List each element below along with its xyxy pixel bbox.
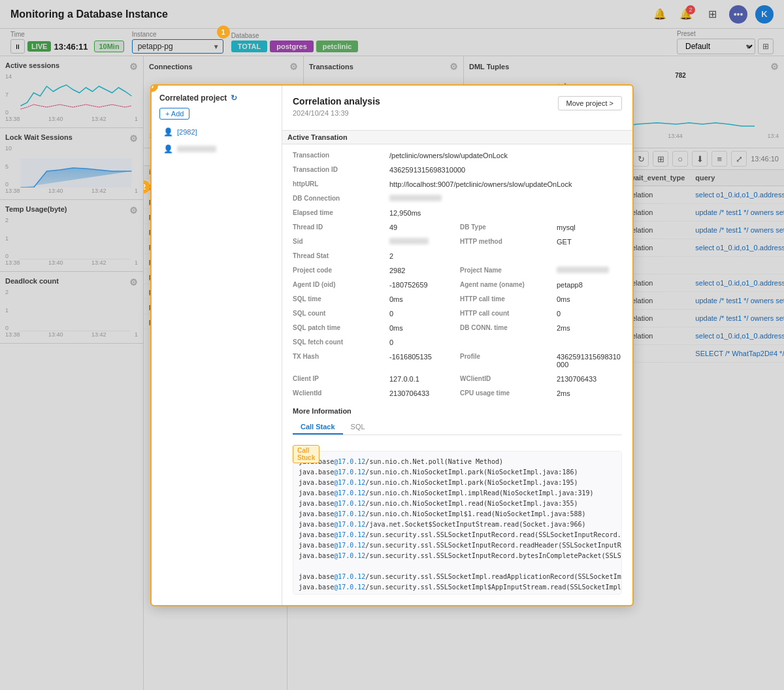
blurred-project-name [177, 146, 216, 152]
call-stack-line-10: java.base@17.0.12/sun.security.ssl.SSLSo… [299, 572, 616, 582]
modal-header: Correlation analysis 2024/10/24 13:39 Mo… [293, 96, 622, 125]
modal-left: Correlated project ↻ + Add 👤 [2982] 👤 [152, 86, 282, 605]
project-item-1[interactable]: 👤 [2982] [159, 125, 274, 139]
correlated-project-title: Correlated project ↻ [159, 93, 274, 103]
call-stack-empty [299, 561, 616, 572]
step-circle-1: 1 [217, 25, 230, 39]
add-btn-container: + Add [159, 108, 274, 120]
call-stack-line-3: java.base@17.0.12/sun.nio.ch.NioSocketIm… [299, 488, 616, 499]
call-stack-line-6: java.base@17.0.12/java.net.Socket$Socket… [299, 519, 616, 530]
correlation-modal: 3 Correlated project ↻ + Add 👤 [2982] 👤 [150, 84, 634, 606]
correlation-date: 2024/10/24 13:39 [293, 109, 380, 117]
call-stuck-badge: Call Stuck [293, 445, 319, 463]
call-stack-line-4: java.base@17.0.12/sun.nio.ch.NioSocketIm… [299, 499, 616, 509]
call-stack-content: java.base@17.0.12/sun.nio.ch.Net.poll(Na… [293, 451, 622, 595]
call-stack-line-1: java.base@17.0.12/sun.nio.ch.NioSocketIm… [299, 467, 616, 478]
modal-title-block: Correlation analysis 2024/10/24 13:39 [293, 96, 380, 125]
call-stack-line-8: java.base@17.0.12/sun.security.ssl.SSLSo… [299, 540, 616, 551]
correlated-refresh-icon[interactable]: ↻ [231, 93, 237, 103]
active-transaction-section: Active Transation [282, 130, 632, 144]
call-stack-line-11: java.base@17.0.12/sun.security.ssl.SSLSo… [299, 582, 616, 593]
call-stack-line-0: java.base@17.0.12/sun.nio.ch.Net.poll(Na… [299, 457, 616, 467]
modal-right: Correlation analysis 2024/10/24 13:39 Mo… [282, 86, 632, 605]
correlation-analysis-title: Correlation analysis [293, 96, 380, 107]
more-info-tabs: Call Stack SQL [293, 420, 622, 435]
tab-sql[interactable]: SQL [343, 420, 373, 435]
call-stack-line-9: java.base@17.0.12/sun.security.ssl.SSLSo… [299, 551, 616, 561]
call-stack-line-2: java.base@17.0.12/sun.nio.ch.NioSocketIm… [299, 478, 616, 488]
project-item-2[interactable]: 👤 [159, 142, 274, 156]
tab-call-stack[interactable]: Call Stack [293, 420, 343, 435]
transaction-info-grid: Transaction /petclinic/owners/slow/updat… [293, 150, 622, 399]
modal-overlay[interactable]: 3 Correlated project ↻ + Add 👤 [2982] 👤 [0, 0, 784, 690]
person-icon-2: 👤 [163, 144, 173, 154]
more-information-title: More Information [293, 407, 622, 415]
call-stack-line-12: java.base@17.0.12/sun.security.ssl.SSLSo… [299, 593, 616, 595]
add-project-button[interactable]: + Add [159, 108, 189, 120]
call-stack-line-7: java.base@17.0.12/sun.security.ssl.SSLSo… [299, 530, 616, 540]
move-project-button[interactable]: Move project > [558, 96, 622, 110]
person-icon: 👤 [163, 127, 173, 137]
modal-layout: Correlated project ↻ + Add 👤 [2982] 👤 [152, 86, 632, 605]
call-stack-line-5: java.base@17.0.12/sun.nio.ch.NioSocketIm… [299, 509, 616, 519]
